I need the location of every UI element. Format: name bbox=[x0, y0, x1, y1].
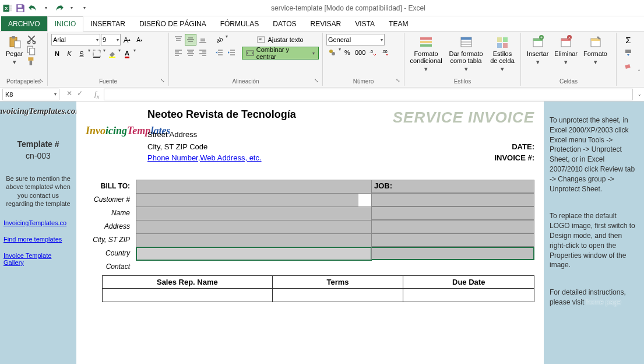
insert-cells-button[interactable]: +Insertar▾ bbox=[525, 34, 551, 85]
decrease-font-icon[interactable]: A▾ bbox=[133, 34, 145, 46]
svg-rect-18 bbox=[109, 57, 115, 58]
template-note: Be sure to mention the above template# w… bbox=[3, 174, 73, 208]
redo-dropdown[interactable]: ▾ bbox=[66, 3, 77, 13]
decrease-decimal-icon[interactable]: .00 bbox=[379, 47, 391, 58]
excel-icon[interactable]: X bbox=[2, 3, 13, 13]
redo-icon[interactable] bbox=[54, 3, 64, 13]
fill-icon[interactable] bbox=[620, 47, 636, 58]
align-right-icon[interactable] bbox=[197, 47, 209, 58]
formula-bar[interactable] bbox=[104, 89, 633, 100]
job-cell-3[interactable] bbox=[371, 220, 534, 233]
name-cell[interactable] bbox=[136, 206, 372, 220]
tab-formulas[interactable]: FÓRMULAS bbox=[213, 16, 266, 31]
wrap-text-button[interactable]: abAjustar texto bbox=[242, 34, 319, 46]
copy-icon[interactable] bbox=[26, 45, 37, 55]
autosum-icon[interactable]: Σ bbox=[620, 34, 636, 46]
svg-text:ab: ab bbox=[259, 37, 262, 41]
link-gallery[interactable]: Invoice Template Gallery bbox=[3, 252, 73, 266]
font-size-select[interactable]: 9▾ bbox=[101, 34, 121, 46]
enter-formula-icon[interactable]: ✓ bbox=[77, 89, 83, 100]
country-cell-selected[interactable] bbox=[136, 247, 372, 261]
accounting-format-icon[interactable] bbox=[326, 47, 338, 58]
undo-dropdown[interactable]: ▾ bbox=[41, 3, 51, 13]
logo-left: InvoicingTemplates.com bbox=[0, 106, 82, 116]
merge-center-button[interactable]: Combinar y centrar▾ bbox=[242, 47, 319, 60]
city-zip-label: City, ST ZIP bbox=[86, 233, 136, 247]
customer-no-cell[interactable] bbox=[136, 193, 372, 207]
align-middle-icon[interactable] bbox=[185, 34, 196, 46]
format-table-button[interactable]: Dar formato como tabla▾ bbox=[445, 34, 487, 85]
job-cell-5[interactable] bbox=[371, 247, 534, 260]
underline-dropdown[interactable]: ▾ bbox=[88, 48, 90, 60]
fill-color-button[interactable] bbox=[106, 48, 118, 60]
name-box[interactable]: K8▾ bbox=[2, 89, 59, 100]
tab-pagelayout[interactable]: DISEÑO DE PÁGINA bbox=[132, 16, 213, 31]
tab-team[interactable]: TEAM bbox=[382, 16, 415, 31]
align-center-icon[interactable] bbox=[185, 47, 196, 58]
worksheet[interactable]: InvoicingTemplates Neoteo Revista de Tec… bbox=[76, 102, 544, 364]
fontcolor-dropdown[interactable]: ▾ bbox=[133, 48, 136, 60]
undo-icon[interactable] bbox=[28, 3, 38, 13]
delete-cells-button[interactable]: ×Eliminar▾ bbox=[552, 34, 580, 85]
terms-cell[interactable] bbox=[273, 289, 403, 302]
fill-dropdown[interactable]: ▾ bbox=[118, 48, 121, 60]
paste-button[interactable]: Pegar ▾ bbox=[3, 34, 25, 85]
home-page-link[interactable]: home page bbox=[586, 298, 621, 306]
save-icon[interactable] bbox=[15, 3, 26, 13]
increase-indent-icon[interactable] bbox=[226, 47, 237, 58]
tab-view[interactable]: VISTA bbox=[348, 16, 382, 31]
fx-icon[interactable]: fx bbox=[94, 89, 99, 100]
border-dropdown[interactable]: ▾ bbox=[103, 48, 105, 60]
qat-customize[interactable]: ▾ bbox=[79, 3, 90, 13]
format-painter-icon[interactable] bbox=[26, 56, 37, 66]
tab-data[interactable]: DATOS bbox=[266, 16, 303, 31]
number-format-select[interactable]: General▾ bbox=[326, 34, 385, 46]
accounting-dropdown[interactable]: ▾ bbox=[339, 47, 341, 58]
address-cell[interactable] bbox=[136, 220, 372, 234]
tab-home[interactable]: INICIO bbox=[47, 16, 84, 32]
border-button[interactable] bbox=[91, 48, 103, 60]
increase-decimal-icon[interactable]: .0 bbox=[367, 47, 379, 58]
underline-button[interactable]: S bbox=[76, 48, 87, 60]
phone-web-link[interactable]: Phone Number,Web Address, etc. bbox=[147, 153, 262, 162]
bold-button[interactable]: N bbox=[51, 48, 63, 60]
job-label[interactable]: JOB: bbox=[371, 180, 534, 193]
sales-rep-cell[interactable] bbox=[103, 289, 272, 302]
ribbon-tabs: ARCHIVO INICIO INSERTAR DISEÑO DE PÁGINA… bbox=[0, 16, 644, 32]
align-left-icon[interactable] bbox=[173, 47, 184, 58]
font-name-select[interactable]: Arial▾ bbox=[51, 34, 100, 46]
increase-font-icon[interactable]: A▴ bbox=[121, 34, 133, 46]
conditional-format-button[interactable]: Formato condicional▾ bbox=[408, 34, 444, 85]
svg-text:ab: ab bbox=[216, 36, 223, 44]
tab-review[interactable]: REVISAR bbox=[304, 16, 349, 31]
link-more-templates[interactable]: Find more templates bbox=[3, 236, 62, 243]
decrease-indent-icon[interactable] bbox=[213, 47, 225, 58]
tab-insert[interactable]: INSERTAR bbox=[83, 16, 132, 31]
comma-icon[interactable]: 000 bbox=[354, 47, 367, 58]
format-cells-button[interactable]: Formato▾ bbox=[581, 34, 610, 85]
orientation-icon[interactable]: ab bbox=[213, 34, 225, 46]
number-launcher[interactable]: ⤡ bbox=[396, 78, 403, 85]
billto-cell-header[interactable] bbox=[136, 180, 372, 194]
font-launcher[interactable]: ⤡ bbox=[160, 78, 167, 85]
italic-button[interactable]: K bbox=[64, 48, 75, 60]
align-launcher[interactable]: ⤡ bbox=[314, 78, 321, 85]
cell-styles-button[interactable]: Estilos de celda▾ bbox=[488, 34, 517, 85]
job-cell-4[interactable] bbox=[371, 233, 534, 247]
cut-icon[interactable] bbox=[26, 34, 37, 44]
city-zip-cell[interactable] bbox=[136, 233, 372, 247]
orientation-dropdown[interactable]: ▾ bbox=[226, 34, 228, 46]
job-cell-2[interactable] bbox=[371, 206, 534, 220]
tab-file[interactable]: ARCHIVO bbox=[1, 16, 47, 31]
font-color-button[interactable]: A bbox=[121, 48, 133, 60]
cancel-formula-icon[interactable]: ✕ bbox=[66, 89, 72, 100]
link-site[interactable]: InvoicingTemplates.co bbox=[3, 219, 66, 226]
align-bottom-icon[interactable] bbox=[197, 34, 209, 46]
due-date-cell[interactable] bbox=[403, 289, 534, 302]
percent-icon[interactable]: % bbox=[342, 47, 353, 58]
job-cell-1[interactable] bbox=[371, 193, 534, 206]
ribbon-collapse-icon[interactable]: ˄ bbox=[638, 69, 641, 363]
clipboard-launcher[interactable]: ⤡ bbox=[39, 78, 46, 85]
clear-icon[interactable] bbox=[620, 60, 636, 71]
align-top-icon[interactable] bbox=[173, 34, 184, 46]
